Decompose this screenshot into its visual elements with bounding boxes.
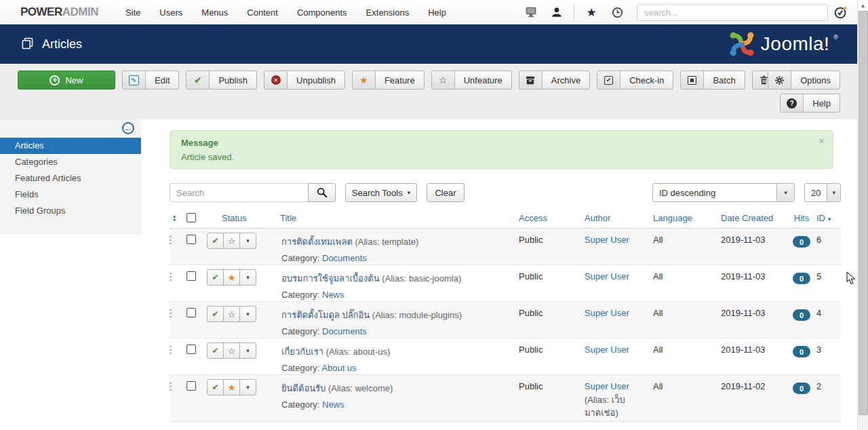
limit-caret-icon: ▾ (827, 184, 840, 201)
new-button[interactable]: + New (18, 71, 115, 90)
unfeature-button[interactable]: ☆ Unfeature (431, 71, 512, 90)
row-checkbox[interactable] (186, 235, 196, 244)
header-hits[interactable]: Hits (794, 213, 809, 223)
header-author[interactable]: Author (585, 213, 610, 223)
menu-extensions[interactable]: Extensions (366, 7, 410, 18)
publish-toggle-button[interactable]: ✔ (207, 233, 224, 249)
status-dropdown-button[interactable]: ▾ (239, 269, 256, 286)
sidebar-collapse-icon[interactable]: ← (122, 122, 134, 134)
header-access[interactable]: Access (519, 213, 547, 223)
row-checkbox[interactable] (186, 308, 196, 317)
sidebar-item-fields[interactable]: Fields (0, 187, 141, 203)
article-title-link[interactable]: อบรมการใช้จูมลาเบื้องต้น (281, 273, 380, 284)
hits-badge: 0 (793, 236, 810, 248)
article-title-link[interactable]: การติดตั้งโมดูล ปลั๊กอิน (281, 310, 370, 320)
author-link[interactable]: Super User (585, 345, 629, 355)
author-link[interactable]: Super User (585, 381, 629, 391)
menu-content[interactable]: Content (247, 7, 278, 18)
row-checkbox[interactable] (186, 345, 196, 354)
article-title-link[interactable]: การติดตั้งเทมเพลต (281, 237, 353, 247)
menu-users[interactable]: Users (159, 7, 182, 18)
status-dropdown-button[interactable]: ▾ (239, 306, 256, 322)
checkin-button[interactable]: ✔ Check-in (597, 71, 673, 90)
category-link[interactable]: Documents (322, 326, 367, 336)
unpublish-button[interactable]: ✕ Unpublish (264, 71, 345, 90)
feature-toggle-button[interactable] (223, 233, 240, 249)
feature-toggle-button[interactable] (223, 269, 240, 286)
drag-handle[interactable] (170, 383, 172, 393)
checkin-checkbox-icon: ✔ (597, 71, 620, 89)
scrollbar-up-arrow[interactable]: ▲ (858, 0, 868, 11)
status-dropdown-button[interactable]: ▾ (239, 233, 256, 249)
archive-button[interactable]: Archive (519, 71, 590, 90)
drag-handle[interactable] (170, 273, 172, 283)
top-icon-group: ★ (518, 0, 857, 24)
table-row: ✔▾ ยินดีต้อนรับ (Alias: welcome) Categor… (170, 375, 841, 422)
menu-menus[interactable]: Menus (201, 7, 228, 18)
drag-handle[interactable] (170, 309, 172, 319)
sidebar-item-categories[interactable]: Categories (0, 154, 141, 170)
author-link[interactable]: Super User (585, 308, 629, 318)
header-title[interactable]: Title (280, 213, 296, 223)
sidebar-item-featured-articles[interactable]: Featured Articles (0, 170, 141, 187)
ordering-sort-icon[interactable]: ▴▾ (170, 214, 179, 222)
sidebar-item-articles[interactable]: Articles (0, 138, 141, 154)
favorites-star-icon[interactable]: ★ (583, 4, 599, 20)
drag-handle[interactable] (170, 236, 172, 246)
row-checkbox[interactable] (186, 271, 196, 281)
filter-search-input[interactable] (170, 183, 309, 202)
search-submit-button[interactable] (308, 183, 336, 202)
header-date-created[interactable]: Date Created (721, 213, 773, 223)
topbar-divider (574, 5, 574, 20)
category-link[interactable]: News (322, 399, 344, 410)
message-close-icon[interactable]: × (818, 135, 825, 146)
article-title-link[interactable]: ยินดีต้อนรับ (281, 383, 326, 393)
clear-button[interactable]: Clear (427, 183, 465, 202)
scrollbar-thumb[interactable] (859, 11, 868, 415)
publish-toggle-button[interactable]: ✔ (207, 343, 224, 359)
help-icon: ? (781, 94, 804, 112)
category-link[interactable]: About us (321, 363, 356, 373)
sort-order-select[interactable]: ID descending ▾ (652, 183, 795, 202)
list-limit-select[interactable]: 20 ▾ (804, 183, 841, 202)
category-link[interactable]: Documents (322, 253, 367, 263)
select-all-checkbox[interactable] (186, 213, 196, 222)
feature-toggle-button[interactable] (223, 379, 240, 395)
category-link[interactable]: News (322, 290, 344, 300)
publish-button[interactable]: ✔ Publish (186, 71, 257, 90)
header-status[interactable]: Status (222, 213, 247, 223)
publish-toggle-button[interactable]: ✔ (207, 269, 224, 286)
edit-button[interactable]: ✎ Edit (122, 71, 179, 90)
global-search-input[interactable] (637, 4, 828, 21)
options-button[interactable]: Options (768, 71, 840, 90)
clock-icon[interactable] (609, 4, 625, 20)
archive-icon (519, 71, 542, 89)
check-circle-icon[interactable] (833, 4, 849, 20)
help-button[interactable]: ? Help (780, 94, 840, 113)
article-title-link[interactable]: เกี่ยวกับเรา (281, 347, 323, 357)
date-created-value: 2019-11-03 (715, 265, 787, 281)
vertical-scrollbar[interactable]: ▲ (857, 0, 868, 430)
feature-toggle-button[interactable] (223, 343, 240, 359)
search-tools-button[interactable]: Search Tools ▾ (345, 183, 417, 202)
menu-site[interactable]: Site (125, 7, 140, 18)
menu-help[interactable]: Help (428, 7, 446, 18)
batch-button[interactable]: Batch (680, 71, 745, 90)
user-icon[interactable] (549, 4, 565, 20)
sidebar-item-field-groups[interactable]: Field Groups (0, 203, 141, 219)
publish-toggle-button[interactable]: ✔ (207, 379, 224, 395)
author-link[interactable]: Super User (585, 271, 629, 281)
menu-components[interactable]: Components (297, 7, 347, 18)
author-link[interactable]: Super User (585, 235, 629, 245)
status-dropdown-button[interactable]: ▾ (239, 343, 256, 359)
publish-toggle-button[interactable]: ✔ (207, 306, 224, 322)
header-id[interactable]: ID ▾ (816, 213, 831, 223)
monitor-icon[interactable] (523, 4, 539, 20)
feature-button[interactable]: ★ Feature (352, 71, 425, 90)
status-dropdown-button[interactable]: ▾ (239, 379, 256, 395)
drag-handle[interactable] (170, 346, 172, 356)
row-checkbox[interactable] (186, 381, 196, 391)
header-language[interactable]: Language (653, 213, 692, 223)
table-row: ✔▾ เกี่ยวกับเรา (Alias: about-us) Catego… (170, 338, 841, 375)
feature-toggle-button[interactable] (223, 306, 240, 322)
